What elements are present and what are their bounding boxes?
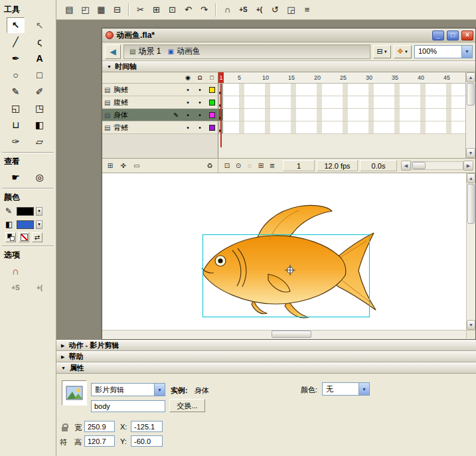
stroke-color-swatch[interactable]	[17, 207, 34, 216]
breadcrumb-symbol[interactable]: ▣ 动画鱼	[167, 46, 200, 57]
scrollbar-th极umb[interactable]	[467, 83, 475, 106]
add-folder-button[interactable]: ▭	[131, 160, 143, 171]
scrollbar-thumb[interactable]	[467, 184, 475, 224]
redo-button[interactable]: ↷	[197, 2, 212, 17]
scale-button[interactable]: ◲	[283, 2, 299, 17]
print-button[interactable]: ⊟	[110, 2, 125, 17]
stroke-color-arrow-icon[interactable]: ▼	[36, 207, 42, 216]
edit-symbol-button[interactable]: ❖ ▼	[394, 45, 412, 58]
hand-tool-button[interactable]: ☛	[7, 169, 25, 185]
scroll-up-icon[interactable]: ▲	[467, 173, 475, 183]
layer-outline-color-swatch[interactable]	[209, 100, 215, 106]
document-titlebar[interactable]: 动画鱼.fla* _ □ ×	[102, 29, 475, 42]
width-input[interactable]: 250.9	[84, 421, 115, 432]
layer-lock-dot[interactable]: •	[194, 124, 206, 131]
zoom-tool-button[interactable]: ◎	[31, 169, 48, 185]
lock-icon[interactable]: Ω	[194, 74, 206, 81]
pencil-tool-button[interactable]: ✎	[7, 84, 25, 100]
free-transform-tool-button[interactable]: ◱	[7, 100, 25, 116]
eraser-tool-button[interactable]: ▱	[31, 133, 48, 149]
paste-button[interactable]: ⊡	[165, 2, 180, 17]
zoom-dropdown-arrow-icon[interactable]: ▼	[461, 46, 472, 58]
zoom-combobox[interactable]: 100% ▼	[414, 45, 473, 58]
onion-skin-button[interactable]: ⊙	[233, 160, 244, 171]
timeline-panel-header[interactable]: ▼ 时间轴	[102, 61, 475, 72]
eyedropper-tool-button[interactable]: ✑	[7, 133, 25, 149]
layer-visible-dot[interactable]: •	[182, 99, 194, 106]
help-panel-header[interactable]: ▶ 帮助	[56, 351, 476, 362]
fish-symbol-instance[interactable]	[202, 205, 376, 318]
rotate-button[interactable]: ↺	[268, 2, 283, 17]
constrain-lock-icon[interactable]	[62, 427, 68, 431]
color-effect-dropdown[interactable]: 无 ▼	[322, 382, 370, 396]
scroll-down-icon[interactable]: ▼	[467, 320, 475, 330]
instance-name-input[interactable]: body	[91, 400, 165, 412]
cut-button[interactable]: ✂	[133, 2, 148, 17]
layer-visible-dot[interactable]: •	[182, 124, 194, 131]
layer-lock-dot[interactable]: •	[194, 112, 206, 119]
stage-horizontal-scrollbar[interactable]	[102, 330, 466, 339]
layer-row-beiqi[interactable]: ▤ 背鳍 • •	[102, 121, 218, 134]
timeline-vertical-scrollbar[interactable]: ▲ ▼	[465, 72, 475, 158]
new-document-button[interactable]: ▤	[62, 2, 77, 17]
edit-scene-button[interactable]: ⊟ ▼	[373, 45, 391, 58]
add-motion-guide-button[interactable]: ✜	[118, 160, 129, 171]
smooth-button[interactable]: +S	[236, 2, 251, 17]
no-color-button[interactable]	[19, 232, 29, 242]
layer-row-fuqi[interactable]: ▤ 腹鳍 • •	[102, 96, 218, 109]
dropdown-arrow-icon[interactable]: ▼	[358, 383, 369, 395]
open-button[interactable]: ◰	[78, 2, 93, 17]
layer-visible-dot[interactable]: •	[182, 112, 194, 119]
timeline-horizontal-scrollbar[interactable]: ◀ ▶	[401, 161, 473, 171]
y-input[interactable]: -60.0	[131, 435, 163, 447]
straighten-modifier-button[interactable]: +(	[31, 279, 48, 295]
subselect-tool-button[interactable]: ↖	[31, 17, 48, 33]
copy-button[interactable]: ⊞	[149, 2, 164, 17]
add-layer-button[interactable]: ⊞	[104, 160, 116, 171]
dropdown-arrow-icon[interactable]: ▼	[154, 384, 165, 396]
stage-canvas[interactable]: ▲ ▼	[102, 173, 475, 339]
fill-color-swatch[interactable]	[17, 220, 34, 229]
frame-ruler[interactable]: 1 5 10 15 20 25 30 35 40 45	[218, 72, 465, 84]
layer-outline-color-swatch[interactable]	[209, 112, 215, 118]
edit-multiple-frames-button[interactable]: ⊞	[256, 160, 266, 171]
close-button[interactable]: ×	[461, 31, 473, 40]
scroll-down-icon[interactable]: ▼	[466, 148, 475, 158]
layer-lock-dot[interactable]: •	[194, 86, 206, 94]
minimize-button[interactable]: _	[432, 31, 444, 40]
modify-onion-markers-button[interactable]: ≣	[267, 160, 278, 171]
align-button[interactable]: ≡	[299, 2, 315, 17]
layer-visible-dot[interactable]: •	[182, 86, 194, 94]
snap-to-objects-button[interactable]: ∩	[7, 263, 25, 279]
ink-bottle-tool-button[interactable]: ⊔	[7, 117, 25, 133]
delete-layer-button[interactable]: ♻	[204, 160, 216, 171]
arrow-tool-button[interactable]: ↖	[7, 17, 25, 33]
straighten-button[interactable]: +(	[252, 2, 267, 17]
actions-panel-header[interactable]: ▶ 动作 - 影片剪辑	[56, 340, 476, 351]
lasso-tool-button[interactable]: ς	[31, 34, 48, 50]
rectangle-tool-button[interactable]: □	[31, 67, 48, 83]
outline-icon[interactable]: □	[206, 74, 218, 81]
save-button[interactable]: ▦	[94, 2, 109, 17]
layer-outline-color-swatch[interactable]	[209, 87, 215, 93]
scroll-right-icon[interactable]: ▶	[463, 161, 473, 171]
swap-button[interactable]: 交换...	[169, 399, 205, 412]
center-frame-button[interactable]: ⊡	[222, 160, 232, 171]
layer-outline-color-swatch[interactable]	[209, 125, 215, 131]
back-button[interactable]: ◀	[105, 44, 121, 59]
line-tool-button[interactable]: ╱	[7, 34, 25, 50]
smooth-modifier-button[interactable]: +S	[7, 279, 25, 295]
snap-button[interactable]: ∩	[220, 2, 235, 17]
frame-rate-indicator[interactable]: 12.0 fps	[317, 160, 358, 171]
layer-lock-dot[interactable]: •	[194, 99, 206, 106]
paint-bucket-tool-button[interactable]: ◧	[31, 117, 48, 133]
default-colors-button[interactable]	[5, 232, 16, 242]
properties-panel-header[interactable]: ▼ 属性	[56, 362, 476, 374]
brush-tool-button[interactable]: ✐	[31, 84, 48, 100]
fill-transform-tool-button[interactable]: ◳	[31, 100, 48, 116]
show-hide-eye-icon[interactable]: ◉	[182, 74, 194, 81]
fill-color-arrow-icon[interactable]: ▼	[36, 220, 42, 229]
layer-row-xiongqi[interactable]: ▤ 胸鳍 • •	[102, 84, 218, 96]
undo-button[interactable]: ↶	[181, 2, 196, 17]
text-tool-button[interactable]: A	[31, 50, 48, 66]
